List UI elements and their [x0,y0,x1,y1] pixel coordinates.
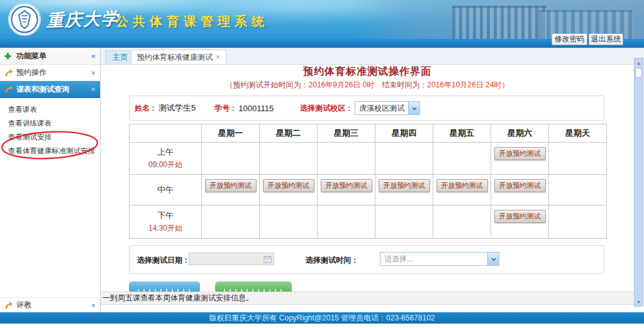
period-cell: 上午 09:00开始 [130,143,202,175]
note-middle: 结束时间为： [374,80,427,89]
page-title: 预约体育标准测试操作界面 [101,65,634,79]
tab-bar: 主页 预约体育标准健康测试× [101,48,644,65]
open-test-button[interactable]: 开放预约测试 [321,179,372,192]
slot-cell [433,143,491,175]
sidebar-item-view-health-standard-test[interactable]: 查看体育健康标准测试安排 [0,144,100,158]
campus-select[interactable]: 虎溪校区测试 [355,101,420,115]
test-date-label: 选择测试日期： [137,255,190,266]
plus-icon: ✚ [4,52,16,61]
sidebar-section-reservation[interactable]: 预约操作 » [0,65,100,81]
slot-cell: 开放预约测试 [491,175,549,205]
clipped-action-button-blue[interactable] [129,282,200,292]
slot-cell [202,205,260,239]
test-time-select[interactable]: 请选择... [380,252,499,266]
student-id-value: 10001115 [238,104,274,113]
name-label: 姓名： [135,103,157,114]
day-header: 星期六 [491,124,549,143]
close-tab-icon[interactable]: × [216,53,220,62]
sidebar-item-view-training-schedule[interactable]: 查看训练课表 [0,116,100,130]
period-start-time: 14:30开始 [130,223,201,234]
main-area: 主页 预约体育标准健康测试× 预约体育标准测试操作界面 （预约测试开始时间为：2… [101,48,644,312]
clipped-action-button-green[interactable] [215,282,292,292]
slot-cell [549,143,607,175]
slot-cell: 开放预约测试 [491,205,549,239]
sidebar-menu-header[interactable]: ✚ 功能菜单 « [0,48,100,65]
notice-bar: 一到周五课查看本周体育健康测试安排信息。 [101,292,634,305]
vertical-scrollbar[interactable]: ▲ ▼ [634,58,643,307]
student-info-panel: 姓名： 测试学生5 学号： 10001115 选择测试校区： 虎溪校区测试 [129,96,604,121]
logout-button[interactable]: 退出系统 [589,33,623,45]
scroll-thumb[interactable] [635,68,642,78]
building-silhouette [452,6,547,41]
period-start-time: 09:00开始 [130,160,201,170]
slot-cell [260,143,318,175]
slot-cell: 开放预约测试 [260,175,318,205]
period-cell: 中午 [130,175,202,205]
sidebar-item-view-schedule[interactable]: 查看课表 [0,102,100,116]
campus-selected-value: 虎溪校区测试 [355,103,408,114]
arrow-icon [4,85,16,94]
period-label: 上午 [130,146,201,158]
slot-cell: 开放预约测试 [491,143,549,175]
sidebar-section-label: 课表和测试查询 [16,84,69,95]
sidebar-item-view-test-arrangement[interactable]: 查看测试安排 [0,130,100,144]
slot-cell: 开放预约测试 [375,175,433,205]
tab-reserve-health-test[interactable]: 预约体育标准健康测试× [131,50,226,64]
sidebar-menu-title: 功能菜单 [16,51,47,62]
table-header-row: 星期一 星期二 星期三 星期四 星期五 星期六 星期天 [130,124,607,143]
tab-label: 预约体育标准健康测试 [137,53,213,62]
collapse-sidebar-icon[interactable]: « [91,52,96,60]
scroll-down-icon[interactable]: ▼ [635,297,643,306]
chevron-down-icon[interactable]: » [90,303,97,307]
chevron-down-icon[interactable]: » [90,70,97,74]
corner-cell [130,124,202,143]
test-time-label: 选择测试时间： [306,255,358,266]
end-time-value: 2016年10月26日 24时） [427,80,509,89]
slot-cell: 开放预约测试 [318,175,375,205]
scroll-up-icon[interactable]: ▲ [635,58,643,67]
slot-cell [433,205,491,239]
sidebar-section-schedule-query[interactable]: 课表和测试查询 » [0,81,100,98]
chevron-down-icon[interactable] [487,253,499,265]
sidebar-section-evaluation[interactable]: 评教 » [0,297,100,312]
slot-cell [260,205,318,239]
campus-label: 选择测试校区： [300,103,353,114]
time-select-placeholder: 请选择... [380,254,487,265]
sidebar: ✚ 功能菜单 « 预约操作 » 课表和测试查询 » 查看课表 查看训练课表 查看… [0,48,101,312]
slot-cell [318,143,375,175]
slot-cell [549,205,607,239]
start-time-value: 2016年9月26日 0时 [309,80,375,89]
header-divider-bar [0,39,644,48]
day-header: 星期天 [549,124,607,143]
slot-cell [549,175,607,205]
calendar-icon [264,255,272,263]
period-label: 中午 [130,184,201,195]
slot-cell [375,205,433,239]
arrow-icon [4,301,16,310]
slot-cell: 开放预约测试 [433,175,491,205]
open-test-button[interactable]: 开放预约测试 [205,179,257,192]
table-row-morning: 上午 09:00开始 开放预约测试 [130,143,607,175]
chevron-down-icon[interactable] [408,102,419,114]
open-test-button[interactable]: 开放预约测试 [494,147,546,160]
day-header: 星期二 [260,124,318,143]
slot-cell [375,143,433,175]
university-seal-icon [8,3,41,36]
open-test-button[interactable]: 开放预约测试 [263,179,314,192]
sidebar-submenu: 查看课表 查看训练课表 查看测试安排 查看体育健康标准测试安排 [0,102,100,158]
open-test-button[interactable]: 开放预约测试 [494,179,546,192]
open-test-button[interactable]: 开放预约测试 [379,179,430,192]
slot-cell [202,143,260,175]
university-name: 重庆大学 [46,7,119,32]
student-name-value: 测试学生5 [158,102,196,114]
reservation-time-note: （预约测试开始时间为：2016年9月26日 0时结束时间为：2016年10月26… [101,80,634,90]
booking-panel: 选择测试日期： 选择测试时间： 请选择... [129,245,604,274]
open-test-button[interactable]: 开放预约测试 [436,179,488,192]
open-test-button[interactable]: 开放预约测试 [494,210,546,223]
chevron-down-icon[interactable]: » [90,87,97,91]
day-header: 星期四 [375,124,433,143]
page: 重庆大学 公共体育课管理系统 修改密码 退出系统 ✚ 功能菜单 « 预约操作 »… [0,0,644,328]
change-password-button[interactable]: 修改密码 [552,33,587,45]
table-row-noon: 中午 开放预约测试 开放预约测试 开放预约测试 开放预约测试 开放预约测试 开放… [130,175,607,205]
arrow-icon [4,68,16,77]
